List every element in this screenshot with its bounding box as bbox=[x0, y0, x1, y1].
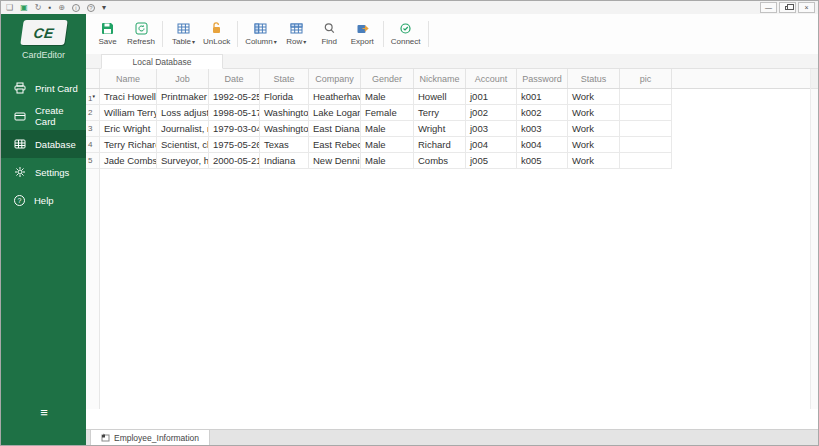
cell-job[interactable]: Loss adjuster... bbox=[157, 105, 209, 121]
info-icon[interactable]: i bbox=[72, 4, 80, 12]
tab-local-database[interactable]: Local Database bbox=[101, 54, 223, 69]
column-header[interactable]: Status bbox=[568, 69, 620, 88]
cell-company[interactable]: New Denniss... bbox=[309, 153, 361, 169]
cell-company[interactable]: Lake Logan bbox=[309, 105, 361, 121]
cell-account[interactable]: j004 bbox=[466, 137, 517, 153]
table-row[interactable]: 2 William Terry Loss adjuster... 1998-05… bbox=[86, 105, 818, 121]
cell-gender[interactable]: Female bbox=[361, 105, 414, 121]
column-menu-button[interactable]: Column▾ bbox=[242, 22, 280, 46]
cell-password[interactable]: k001 bbox=[517, 89, 568, 105]
cell-account[interactable]: j003 bbox=[466, 121, 517, 137]
column-header[interactable]: Job bbox=[157, 69, 209, 88]
cell-pic[interactable] bbox=[620, 153, 672, 169]
cell-gender[interactable]: Male bbox=[361, 137, 414, 153]
save-button[interactable]: Save bbox=[91, 22, 124, 46]
cell-nickname[interactable]: Combs bbox=[414, 153, 466, 169]
toolbar-options-icon[interactable]: ▾ bbox=[102, 4, 106, 12]
cell-nickname[interactable]: Richard bbox=[414, 137, 466, 153]
column-header[interactable]: pic bbox=[620, 69, 672, 88]
cell-pic[interactable] bbox=[620, 89, 672, 105]
cell-status[interactable]: Work bbox=[568, 153, 620, 169]
minimize-button[interactable]: — bbox=[760, 2, 777, 13]
cell-company[interactable]: Heatherhaven bbox=[309, 89, 361, 105]
column-header[interactable]: State bbox=[260, 69, 309, 88]
cell-name[interactable]: Traci Howell bbox=[100, 89, 157, 105]
cell-name[interactable]: Jade Combs bbox=[100, 153, 157, 169]
cell-status[interactable]: Work bbox=[568, 137, 620, 153]
cell-job[interactable]: Scientist, clin... bbox=[157, 137, 209, 153]
cell-gender[interactable]: Male bbox=[361, 121, 414, 137]
cell-name[interactable]: Eric Wright bbox=[100, 121, 157, 137]
cell-pic[interactable] bbox=[620, 137, 672, 153]
sidebar-item-database[interactable]: Database bbox=[1, 130, 86, 158]
new-document-icon[interactable]: ❏ bbox=[6, 4, 13, 12]
export-button[interactable]: Export bbox=[346, 22, 379, 46]
unlock-button[interactable]: UnLock bbox=[200, 22, 233, 46]
row-menu-button[interactable]: Row▾ bbox=[280, 22, 313, 46]
cell-status[interactable]: Work bbox=[568, 105, 620, 121]
cell-account[interactable]: j001 bbox=[466, 89, 517, 105]
cell-gender[interactable]: Male bbox=[361, 153, 414, 169]
cell-job[interactable]: Printmaker bbox=[157, 89, 209, 105]
table-row[interactable]: 5 Jade Combs Surveyor, hy... 2000-05-21T… bbox=[86, 153, 818, 169]
display-icon[interactable]: ▪ bbox=[48, 4, 51, 12]
cell-nickname[interactable]: Howell bbox=[414, 89, 466, 105]
table-menu-button[interactable]: Table▾ bbox=[167, 22, 200, 46]
globe-icon[interactable]: ⊕ bbox=[58, 4, 65, 12]
save-icon[interactable]: ▣ bbox=[20, 4, 28, 12]
column-header[interactable]: Name bbox=[100, 69, 157, 88]
column-header[interactable]: Gender bbox=[361, 69, 414, 88]
cell-account[interactable]: j002 bbox=[466, 105, 517, 121]
refresh-icon[interactable]: ↻ bbox=[35, 4, 42, 12]
column-header[interactable]: Account bbox=[466, 69, 517, 88]
row-number[interactable]: 4 bbox=[86, 137, 100, 153]
cell-company[interactable]: East Rebecc... bbox=[309, 137, 361, 153]
cell-password[interactable]: k004 bbox=[517, 137, 568, 153]
cell-account[interactable]: j005 bbox=[466, 153, 517, 169]
table-row[interactable]: 3 Eric Wright Journalist, m... 1979-03-0… bbox=[86, 121, 818, 137]
cell-nickname[interactable]: Terry bbox=[414, 105, 466, 121]
row-number[interactable]: 2 bbox=[86, 105, 100, 121]
cell-state[interactable]: Washington bbox=[260, 121, 309, 137]
cell-date[interactable]: 1992-05-25T... bbox=[209, 89, 260, 105]
sidebar-collapse-button[interactable]: ≡ bbox=[1, 405, 86, 420]
cell-company[interactable]: East Diana bbox=[309, 121, 361, 137]
connect-button[interactable]: Connect bbox=[388, 22, 424, 46]
row-number[interactable]: 3 bbox=[86, 121, 100, 137]
cell-password[interactable]: k002 bbox=[517, 105, 568, 121]
cell-status[interactable]: Work bbox=[568, 121, 620, 137]
cell-state[interactable]: Florida bbox=[260, 89, 309, 105]
sheet-tab-employee-information[interactable]: Employee_Information bbox=[90, 430, 210, 445]
sidebar-item-create-card[interactable]: Create Card bbox=[1, 102, 86, 130]
sidebar-item-help[interactable]: ? Help bbox=[1, 186, 86, 214]
sidebar-item-print-card[interactable]: Print Card bbox=[1, 74, 86, 102]
cell-job[interactable]: Journalist, m... bbox=[157, 121, 209, 137]
cell-pic[interactable] bbox=[620, 121, 672, 137]
cell-pic[interactable] bbox=[620, 105, 672, 121]
cell-job[interactable]: Surveyor, hy... bbox=[157, 153, 209, 169]
row-number[interactable]: 5 bbox=[86, 153, 100, 169]
table-row[interactable]: 4 Terry Richard Scientist, clin... 1975-… bbox=[86, 137, 818, 153]
cell-status[interactable]: Work bbox=[568, 89, 620, 105]
column-header[interactable]: Company bbox=[309, 69, 361, 88]
corner-cell[interactable] bbox=[86, 69, 100, 88]
cell-state[interactable]: Indiana bbox=[260, 153, 309, 169]
column-header[interactable]: Password bbox=[517, 69, 568, 88]
column-header[interactable]: Date bbox=[209, 69, 260, 88]
find-button[interactable]: Find bbox=[313, 22, 346, 46]
column-header[interactable]: Nickname bbox=[414, 69, 466, 88]
vertical-scrollbar[interactable] bbox=[810, 69, 818, 409]
cell-gender[interactable]: Male bbox=[361, 89, 414, 105]
close-button[interactable]: × bbox=[798, 2, 815, 13]
cell-name[interactable]: William Terry bbox=[100, 105, 157, 121]
about-icon[interactable]: ? bbox=[87, 4, 95, 12]
restore-button[interactable] bbox=[779, 2, 796, 13]
cell-password[interactable]: k005 bbox=[517, 153, 568, 169]
cell-password[interactable]: k003 bbox=[517, 121, 568, 137]
row-number[interactable]: 1▾ bbox=[86, 89, 100, 105]
cell-name[interactable]: Terry Richard bbox=[100, 137, 157, 153]
cell-state[interactable]: Texas bbox=[260, 137, 309, 153]
refresh-button[interactable]: Refresh bbox=[124, 22, 158, 46]
sidebar-item-settings[interactable]: Settings bbox=[1, 158, 86, 186]
cell-date[interactable]: 1979-03-04T... bbox=[209, 121, 260, 137]
